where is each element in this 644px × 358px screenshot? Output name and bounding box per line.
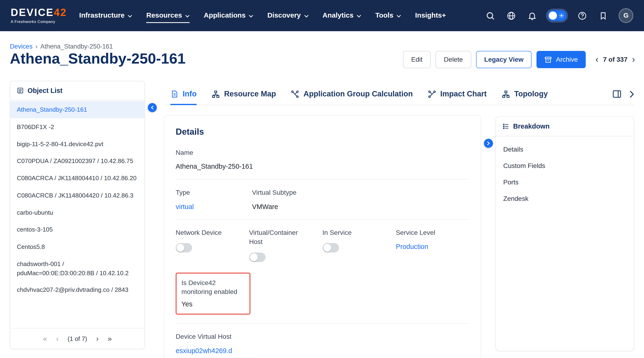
- field-in-service: In Service: [322, 228, 396, 262]
- list-item[interactable]: chadsworth-001 / pduMac=00:0E:D3:00:20:8…: [10, 255, 144, 281]
- list-item[interactable]: chdvhvac207-2@priv.dvtrading.co / 2843: [10, 281, 144, 298]
- breakdown-item-ports[interactable]: Ports: [496, 174, 634, 190]
- virtual-container-host-label: Virtual/Container Host: [249, 228, 310, 246]
- menu-analytics[interactable]: Analytics: [322, 0, 362, 31]
- impact-nodes-icon: [428, 90, 436, 98]
- chevron-right-icon: [487, 141, 490, 146]
- search-icon[interactable]: [485, 10, 496, 21]
- breakdown-panel: Breakdown Details Custom Fields Ports Ze…: [495, 116, 634, 351]
- edit-button[interactable]: Edit: [403, 51, 430, 68]
- first-page-icon[interactable]: «: [43, 335, 47, 342]
- virtual-subtype-label: Virtual Subtype: [252, 188, 469, 197]
- expand-breakdown-button[interactable]: [484, 139, 493, 148]
- type-row: Type virtual Virtual Subtype VMWare: [176, 188, 469, 210]
- globe-icon[interactable]: [506, 10, 516, 21]
- prev-page-icon[interactable]: ‹: [56, 335, 59, 342]
- next-page-icon[interactable]: ›: [96, 335, 99, 342]
- monitoring-enabled-label: Is Device42 monitoring enabled: [182, 278, 245, 296]
- delete-button[interactable]: Delete: [436, 51, 471, 68]
- bookmark-icon[interactable]: [598, 10, 608, 21]
- columns-panel-icon[interactable]: [612, 89, 622, 99]
- tab-resource-map[interactable]: Resource Map: [211, 83, 276, 105]
- archive-button[interactable]: Archive: [536, 51, 586, 68]
- details-title: Details: [176, 127, 469, 137]
- field-name: Name Athena_Standby-250-161: [176, 148, 469, 170]
- name-value: Athena_Standby-250-161: [176, 163, 469, 170]
- list-item[interactable]: bigip-11-5-2-80-41.device42.pvt: [10, 135, 144, 152]
- chevron-left-icon: [150, 106, 154, 110]
- list-item[interactable]: Athena_Standby-250-161: [10, 101, 144, 118]
- list-item[interactable]: C070PDUA / ZA0921002397 / 10.42.86.75: [10, 152, 144, 170]
- divider: [176, 179, 469, 180]
- menu-tools[interactable]: Tools: [375, 0, 401, 31]
- object-list-title: Object List: [28, 86, 62, 94]
- theme-toggle[interactable]: [548, 10, 566, 21]
- breakdown-list: Details Custom Fields Ports Zendesk: [496, 136, 634, 212]
- tab-impact-chart[interactable]: Impact Chart: [428, 83, 487, 105]
- document-icon: [170, 90, 178, 98]
- network-device-toggle[interactable]: [176, 243, 192, 252]
- field-service-level: Service Level Production: [396, 228, 469, 262]
- list-item[interactable]: B706DF1X -2: [10, 118, 144, 135]
- last-page-icon[interactable]: »: [108, 335, 112, 342]
- sitemap-icon: [211, 90, 220, 98]
- in-service-label: In Service: [322, 228, 396, 238]
- breadcrumb-devices-link[interactable]: Devices: [10, 43, 32, 50]
- sun-icon: [559, 13, 564, 18]
- pager-label: 7 of 337: [603, 56, 627, 63]
- chevron-down-icon: [249, 14, 253, 17]
- type-value-link[interactable]: virtual: [176, 203, 252, 210]
- tab-topology[interactable]: Topology: [502, 83, 548, 105]
- legacy-view-button[interactable]: Legacy View: [476, 51, 532, 68]
- chevron-down-icon: [396, 14, 401, 17]
- chevron-down-icon: [185, 14, 190, 17]
- menu-resources[interactable]: Resources: [146, 0, 190, 31]
- breakdown-item-zendesk[interactable]: Zendesk: [496, 190, 634, 207]
- tab-info[interactable]: Info: [170, 83, 196, 105]
- collapse-sidebar-button[interactable]: [148, 103, 157, 112]
- menu-insights-plus[interactable]: Insights+: [415, 0, 446, 31]
- menu-infrastructure[interactable]: Infrastructure: [79, 0, 132, 31]
- divider: [176, 323, 469, 324]
- pager-prev-icon[interactable]: ‹: [596, 55, 598, 64]
- user-avatar[interactable]: G: [619, 8, 634, 23]
- action-bar: Edit Delete Legacy View Archive ‹ 7 of 3…: [403, 51, 635, 68]
- list-item[interactable]: C080ACRCA / JK1148004410 / 10.42.86.20: [10, 170, 144, 187]
- page-indicator: (1 of 7): [68, 335, 87, 342]
- breakdown-item-details[interactable]: Details: [496, 141, 634, 158]
- breakdown-item-custom-fields[interactable]: Custom Fields: [496, 158, 634, 174]
- object-list: Athena_Standby-250-161 B706DF1X -2 bigip…: [10, 100, 144, 328]
- object-list-pagination: « ‹ (1 of 7) › »: [10, 328, 144, 348]
- menu-applications[interactable]: Applications: [204, 0, 254, 31]
- list-item[interactable]: centos-3-105: [10, 221, 144, 238]
- field-device-virtual-host: Device Virtual Host esxiup02wh4269.d: [176, 332, 469, 355]
- service-level-value-link[interactable]: Production: [396, 243, 469, 250]
- monitoring-enabled-value: Yes: [182, 300, 245, 308]
- breadcrumb: Devices › Athena_Standby-250-161: [10, 43, 113, 50]
- list-item[interactable]: C080ACRCB / JK1148004420 / 10.42.86.3: [10, 187, 144, 204]
- name-label: Name: [176, 148, 469, 158]
- device42-logo[interactable]: DEVICE42 A Freshworks Company: [11, 8, 67, 24]
- list-item[interactable]: carbo-ubuntu: [10, 204, 144, 221]
- in-service-toggle[interactable]: [322, 243, 339, 252]
- brand-name: DEVICE42: [11, 8, 67, 18]
- tab-application-group-calculation[interactable]: Application Group Calculation: [291, 83, 413, 105]
- pager-next-icon[interactable]: ›: [632, 55, 635, 64]
- device-virtual-host-link[interactable]: esxiup02wh4269.d: [176, 347, 469, 354]
- list-item[interactable]: Centos5.8: [10, 238, 144, 255]
- device-virtual-host-label: Device Virtual Host: [176, 332, 469, 342]
- help-icon[interactable]: [577, 10, 588, 21]
- service-level-label: Service Level: [396, 228, 469, 238]
- notifications-bell-icon[interactable]: [527, 10, 538, 21]
- toggles-row: Network Device Virtual/Container Host In…: [176, 228, 469, 262]
- list-icon: [17, 87, 24, 94]
- breakdown-list-icon: [502, 123, 510, 130]
- toggle-knob: [549, 12, 557, 20]
- virtual-container-host-toggle[interactable]: [249, 252, 266, 262]
- menu-discovery[interactable]: Discovery: [267, 0, 309, 31]
- monitoring-enabled-highlight-box: Is Device42 monitoring enabled Yes: [176, 272, 250, 314]
- service-nodes-icon: [291, 90, 300, 98]
- type-label: Type: [176, 188, 252, 197]
- navbar-icon-group: G: [485, 8, 634, 23]
- tabs-scroll-right-icon[interactable]: [629, 90, 634, 98]
